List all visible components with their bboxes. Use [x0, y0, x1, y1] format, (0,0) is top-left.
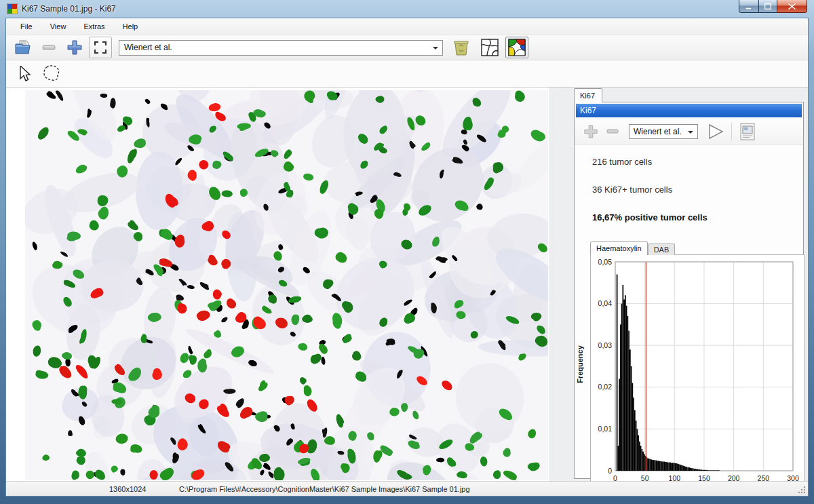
menu-bar: File View Extras Help [6, 18, 808, 35]
minus-icon [42, 45, 56, 50]
image-canvas[interactable] [6, 88, 549, 481]
title-bar[interactable]: Ki67 Sample 01.jpg - Ki67 [0, 0, 814, 18]
stat-total-cells: 216 tumor cells [592, 157, 803, 167]
maximize-button[interactable] [758, 0, 777, 13]
analysis-panel: Ki67 Ki67 [574, 88, 804, 479]
panel-tab-ki67[interactable]: Ki67 [574, 88, 602, 102]
svg-text:50: 50 [641, 474, 649, 481]
zoom-out-button[interactable] [37, 37, 60, 58]
minimize-button[interactable] [739, 0, 758, 13]
lasso-icon [41, 64, 64, 83]
toolbar-separator [731, 123, 732, 140]
color-view-button[interactable] [505, 37, 528, 58]
histogram-plot[interactable]: 00,010,020,030,040,05050100150200250300 [591, 255, 804, 481]
panel-add-button[interactable] [580, 122, 602, 141]
recycle-bin-icon [452, 39, 470, 56]
report-image-icon [740, 123, 755, 140]
tab-haematoxylin[interactable]: Haematoxylin [590, 241, 648, 255]
resize-grip[interactable] [798, 486, 806, 494]
histogram-chart[interactable]: 00,010,020,030,040,05050100150200250300 [590, 254, 805, 481]
workspace: Ki67 Ki67 [6, 88, 808, 481]
minus-icon [606, 129, 619, 134]
svg-text:150: 150 [698, 474, 710, 481]
statistics: 216 tumor cells 36 Ki67+ tumor cells 16,… [575, 144, 803, 222]
tool-palette [6, 60, 808, 88]
chevron-down-icon [688, 131, 693, 134]
panel-algorithm-select[interactable]: Wienert et al. [629, 124, 698, 139]
window-title: Ki67 Sample 01.jpg - Ki67 [22, 4, 116, 14]
sample-image[interactable] [25, 90, 548, 480]
histogram-tabs: Haematoxylin DAB [590, 241, 675, 255]
minimize-icon [745, 3, 752, 9]
panel-page: Ki67 Wienert et [574, 102, 804, 479]
run-analysis-button[interactable] [705, 122, 726, 141]
tab-dab[interactable]: DAB [648, 244, 676, 255]
caption-buttons [739, 0, 807, 13]
panel-remove-button[interactable] [602, 122, 623, 141]
client-area: File View Extras Help [5, 18, 809, 497]
file-path: C:\Program Files\#Accessory\CognitionMas… [179, 485, 470, 493]
svg-text:250: 250 [758, 474, 770, 481]
folder-open-icon [14, 39, 32, 56]
close-button[interactable] [777, 0, 807, 13]
svg-text:300: 300 [787, 474, 799, 481]
svg-text:0,01: 0,01 [598, 425, 613, 433]
algorithm-select[interactable]: Wienert et al. [119, 40, 443, 56]
play-icon [707, 123, 724, 140]
svg-text:0: 0 [613, 474, 617, 481]
svg-text:0,02: 0,02 [598, 383, 613, 391]
delete-results-button[interactable] [450, 37, 473, 58]
stat-positive-cells: 36 Ki67+ tumor cells [592, 185, 803, 195]
panel-algorithm-value: Wienert et al. [634, 127, 682, 136]
svg-text:0,05: 0,05 [598, 258, 613, 266]
panel-toolbar: Wienert et al. [575, 119, 803, 144]
plus-icon [67, 40, 82, 55]
mask-view-button[interactable] [478, 37, 501, 58]
y-axis-title: Frequency [576, 324, 584, 405]
cells-outline-icon [481, 39, 499, 56]
main-toolbar: Wienert et al. [6, 35, 808, 60]
select-tool-button[interactable] [13, 62, 37, 85]
close-icon [788, 3, 796, 9]
window-frame: Ki67 Sample 01.jpg - Ki67 File View Extr… [0, 0, 814, 504]
cells-colored-icon [508, 39, 526, 56]
svg-text:200: 200 [728, 474, 740, 481]
menu-file[interactable]: File [14, 20, 39, 33]
fit-to-window-button[interactable] [89, 37, 112, 58]
panel-group-header: Ki67 [576, 104, 802, 117]
maximize-icon [764, 3, 771, 9]
algorithm-select-value: Wienert et al. [124, 43, 172, 52]
open-button[interactable] [12, 37, 35, 58]
zoom-in-button[interactable] [63, 37, 86, 58]
svg-text:0,03: 0,03 [598, 341, 613, 349]
menu-help[interactable]: Help [117, 20, 144, 33]
menu-extras[interactable]: Extras [77, 20, 111, 33]
status-bar: 1360x1024 C:\Program Files\#Accessory\Co… [6, 481, 808, 496]
chevron-down-icon [433, 47, 438, 50]
image-dimensions: 1360x1024 [109, 485, 146, 493]
report-button[interactable] [737, 122, 758, 141]
app-icon [7, 3, 18, 14]
plus-icon [584, 125, 598, 138]
stat-percent-positive: 16,67% positive tumor cells [592, 212, 803, 222]
lasso-tool-button[interactable] [40, 62, 64, 85]
svg-text:100: 100 [669, 474, 681, 481]
svg-text:0,04: 0,04 [598, 299, 613, 307]
arrow-cursor-icon [18, 66, 32, 82]
svg-text:0: 0 [608, 467, 612, 475]
menu-view[interactable]: View [44, 20, 73, 33]
fit-to-window-icon [93, 40, 108, 55]
